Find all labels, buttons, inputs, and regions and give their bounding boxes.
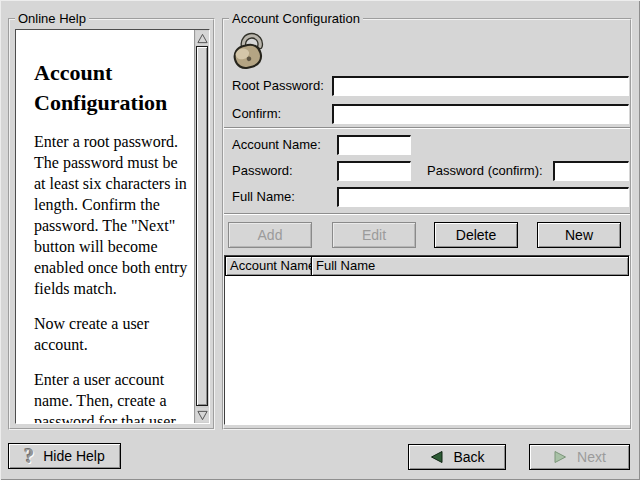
confirm-password-input[interactable] <box>332 104 629 124</box>
back-button-label: Back <box>453 449 484 465</box>
next-button-label: Next <box>577 449 606 465</box>
help-paragraph: Enter a user account name. Then, create … <box>34 369 188 424</box>
account-name-label: Account Name: <box>232 135 321 155</box>
separator <box>224 127 630 129</box>
new-button-label: New <box>565 227 593 243</box>
online-help-frame: Online Help Account Configuration Enter … <box>8 18 215 430</box>
accounts-table-body[interactable] <box>225 276 629 424</box>
password-input[interactable] <box>337 161 411 181</box>
question-mark-icon: ? <box>24 446 34 466</box>
password-confirm-input[interactable] <box>553 161 629 181</box>
back-button[interactable]: Back <box>408 444 506 470</box>
accounts-table-header: Account Name Full Name <box>225 256 629 276</box>
scrollbar-thumb[interactable] <box>196 46 208 406</box>
account-configuration-frame-label: Account Configuration <box>229 11 363 26</box>
account-configuration-frame: Account Configuration Root Password: Con… <box>222 18 632 430</box>
scroll-down-icon[interactable] <box>196 408 209 422</box>
root-password-label: Root Password: <box>232 76 324 96</box>
table-header-full-name[interactable]: Full Name <box>311 256 629 276</box>
edit-button[interactable]: Edit <box>332 222 416 248</box>
table-header-account-name[interactable]: Account Name <box>225 256 312 276</box>
add-button[interactable]: Add <box>228 222 312 248</box>
padlock-icon <box>229 29 271 71</box>
add-button-label: Add <box>258 227 283 243</box>
full-name-input[interactable] <box>337 187 629 207</box>
help-viewport: Account Configuration Enter a root passw… <box>15 29 210 424</box>
root-password-input[interactable] <box>332 76 629 96</box>
scroll-up-icon[interactable] <box>196 31 209 45</box>
installer-window: Online Help Account Configuration Enter … <box>0 0 640 480</box>
online-help-frame-label: Online Help <box>15 11 89 26</box>
help-paragraph: Now create a user account. <box>34 313 188 355</box>
full-name-label: Full Name: <box>232 187 295 207</box>
hide-help-button-label: Hide Help <box>43 448 104 464</box>
accounts-table: Account Name Full Name <box>224 255 630 425</box>
delete-button[interactable]: Delete <box>434 222 518 248</box>
delete-button-label: Delete <box>456 227 496 243</box>
new-button[interactable]: New <box>537 222 621 248</box>
help-text: Account Configuration Enter a root passw… <box>34 58 188 424</box>
password-label: Password: <box>232 161 293 181</box>
back-arrow-icon <box>429 450 444 464</box>
help-scrollbar[interactable] <box>194 30 209 423</box>
help-title: Account Configuration <box>34 58 188 118</box>
password-confirm-label: Password (confirm): <box>427 161 543 181</box>
next-arrow-icon <box>553 450 568 464</box>
separator <box>224 213 630 215</box>
help-paragraph: Enter a root password. The password must… <box>34 131 188 299</box>
confirm-label: Confirm: <box>232 104 281 124</box>
hide-help-button[interactable]: ? Hide Help <box>8 443 121 469</box>
account-name-input[interactable] <box>337 135 411 155</box>
edit-button-label: Edit <box>362 227 386 243</box>
next-button[interactable]: Next <box>529 444 630 470</box>
